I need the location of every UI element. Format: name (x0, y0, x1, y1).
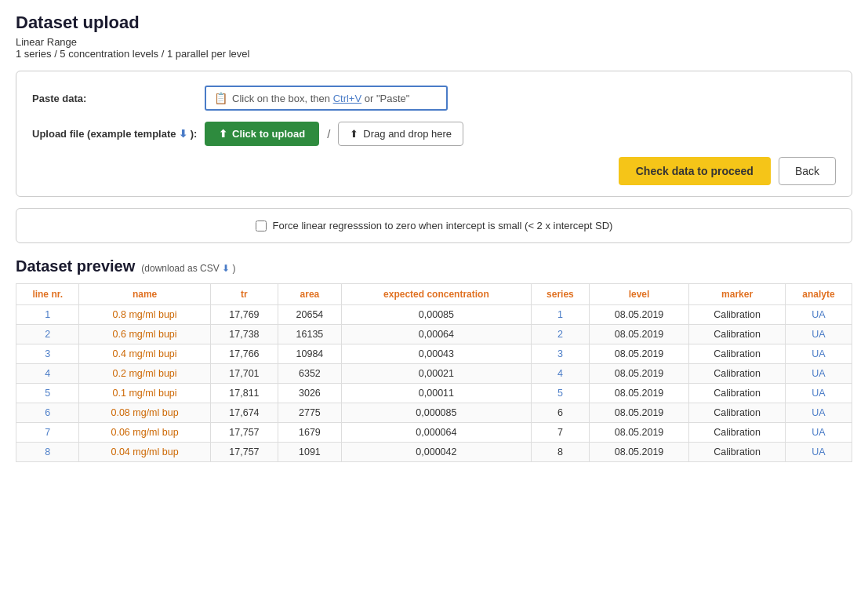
col-header-analyte: analyte (786, 284, 852, 305)
col-header-expected-concentration: expected concentration (341, 284, 531, 305)
col-header-area: area (278, 284, 342, 305)
cell-3: 3026 (278, 384, 342, 403)
cell-1: 0.1 mg/ml bupi (79, 384, 210, 403)
cell-0: 5 (16, 384, 79, 403)
divider: / (327, 127, 330, 140)
cell-5: 4 (532, 364, 590, 384)
back-button[interactable]: Back (779, 157, 836, 185)
cell-4: 0,00021 (341, 364, 531, 384)
col-header-line-nr.: line nr. (16, 284, 79, 305)
cell-1: 0.8 mg/ml bupi (79, 305, 210, 325)
cell-3: 20654 (278, 305, 342, 325)
col-header-level: level (589, 284, 688, 305)
paste-row: Paste data: 📋 Click on the box, then Ctr… (32, 86, 836, 111)
cell-3: 1091 (278, 443, 342, 462)
cell-0: 8 (16, 443, 79, 462)
cell-5: 8 (532, 443, 590, 462)
table-row: 70.06 mg/ml bup17,75716790,000064708.05.… (16, 423, 852, 443)
col-header-series: series (532, 284, 590, 305)
cell-6: 08.05.2019 (589, 403, 688, 423)
dataset-preview-header: Dataset preview (download as CSV ⬇ ) (16, 257, 852, 275)
cell-5: 2 (532, 325, 590, 344)
cell-1: 0.08 mg/ml bup (79, 403, 210, 423)
cell-2: 17,757 (210, 423, 278, 443)
cell-7: Calibration (689, 325, 786, 344)
table-row: 10.8 mg/ml bupi17,769206540,00085108.05.… (16, 305, 852, 325)
cell-4: 0,00064 (341, 325, 531, 344)
cell-5: 7 (532, 423, 590, 443)
upload-card: Paste data: 📋 Click on the box, then Ctr… (16, 71, 852, 197)
cell-4: 0,00043 (341, 344, 531, 364)
cell-4: 0,000064 (341, 423, 531, 443)
cell-2: 17,769 (210, 305, 278, 325)
drag-drop-icon: ⬆ (350, 128, 358, 140)
cell-4: 0,00011 (341, 384, 531, 403)
table-row: 50.1 mg/ml bupi17,81130260,00011508.05.2… (16, 384, 852, 403)
cell-0: 3 (16, 344, 79, 364)
cell-6: 08.05.2019 (589, 344, 688, 364)
cell-8: UA (786, 344, 852, 364)
upload-icon: ⬆ (219, 128, 227, 140)
template-download-link[interactable]: ⬇ (179, 128, 187, 140)
paste-label: Paste data: (32, 93, 205, 104)
csv-download-link[interactable]: ⬇ (222, 263, 230, 274)
col-header-marker: marker (689, 284, 786, 305)
table-row: 30.4 mg/ml bupi17,766109840,00043308.05.… (16, 344, 852, 364)
table-header: line nr.nametrareaexpected concentration… (16, 284, 852, 305)
upload-button[interactable]: ⬆ Click to upload (205, 122, 319, 146)
cell-5: 3 (532, 344, 590, 364)
table-row: 60.08 mg/ml bup17,67427750,000085608.05.… (16, 403, 852, 423)
upload-row: Upload file (example template ⬇ ): ⬆ Cli… (32, 122, 836, 146)
subtitle: Linear Range 1 series / 5 concentration … (16, 36, 852, 60)
table-row: 40.2 mg/ml bupi17,70163520,00021408.05.2… (16, 364, 852, 384)
table-body: 10.8 mg/ml bupi17,769206540,00085108.05.… (16, 305, 852, 462)
cell-0: 4 (16, 364, 79, 384)
drag-drop-button[interactable]: ⬆ Drag and drop here (338, 122, 463, 146)
force-linear-card: Force linear regresssion to zero when in… (16, 208, 852, 243)
csv-download-text: (download as CSV ⬇ ) (141, 263, 235, 274)
cell-8: UA (786, 305, 852, 325)
force-linear-label[interactable]: Force linear regresssion to zero when in… (256, 220, 613, 231)
cell-1: 0.06 mg/ml bup (79, 423, 210, 443)
table-row: 80.04 mg/ml bup17,75710910,000042808.05.… (16, 443, 852, 462)
cell-7: Calibration (689, 403, 786, 423)
cell-6: 08.05.2019 (589, 423, 688, 443)
cell-6: 08.05.2019 (589, 384, 688, 403)
cell-5: 1 (532, 305, 590, 325)
cell-2: 17,811 (210, 384, 278, 403)
header-row: line nr.nametrareaexpected concentration… (16, 284, 852, 305)
clipboard-icon: 📋 (214, 92, 227, 104)
cell-8: UA (786, 364, 852, 384)
force-linear-checkbox[interactable] (256, 220, 267, 231)
cell-0: 1 (16, 305, 79, 325)
cell-5: 6 (532, 403, 590, 423)
cell-1: 0.04 mg/ml bup (79, 443, 210, 462)
page-title: Dataset upload (16, 13, 852, 33)
cell-7: Calibration (689, 443, 786, 462)
cell-2: 17,674 (210, 403, 278, 423)
cell-2: 17,766 (210, 344, 278, 364)
cell-6: 08.05.2019 (589, 325, 688, 344)
action-row: Check data to proceed Back (32, 157, 836, 185)
cell-7: Calibration (689, 305, 786, 325)
col-header-name: name (79, 284, 210, 305)
cell-2: 17,701 (210, 364, 278, 384)
cell-1: 0.6 mg/ml bupi (79, 325, 210, 344)
paste-hint: Click on the box, then Ctrl+V or "Paste" (232, 93, 409, 104)
cell-0: 7 (16, 423, 79, 443)
paste-input[interactable]: 📋 Click on the box, then Ctrl+V or "Past… (205, 86, 448, 111)
cell-0: 6 (16, 403, 79, 423)
cell-7: Calibration (689, 344, 786, 364)
cell-6: 08.05.2019 (589, 364, 688, 384)
dataset-preview-title: Dataset preview (16, 257, 135, 275)
cell-4: 0,000085 (341, 403, 531, 423)
cell-3: 1679 (278, 423, 342, 443)
cell-8: UA (786, 325, 852, 344)
cell-6: 08.05.2019 (589, 305, 688, 325)
cell-6: 08.05.2019 (589, 443, 688, 462)
upload-controls: ⬆ Click to upload / ⬆ Drag and drop here (205, 122, 463, 146)
cell-3: 2775 (278, 403, 342, 423)
cell-8: UA (786, 423, 852, 443)
check-data-button[interactable]: Check data to proceed (619, 157, 771, 185)
cell-3: 16135 (278, 325, 342, 344)
